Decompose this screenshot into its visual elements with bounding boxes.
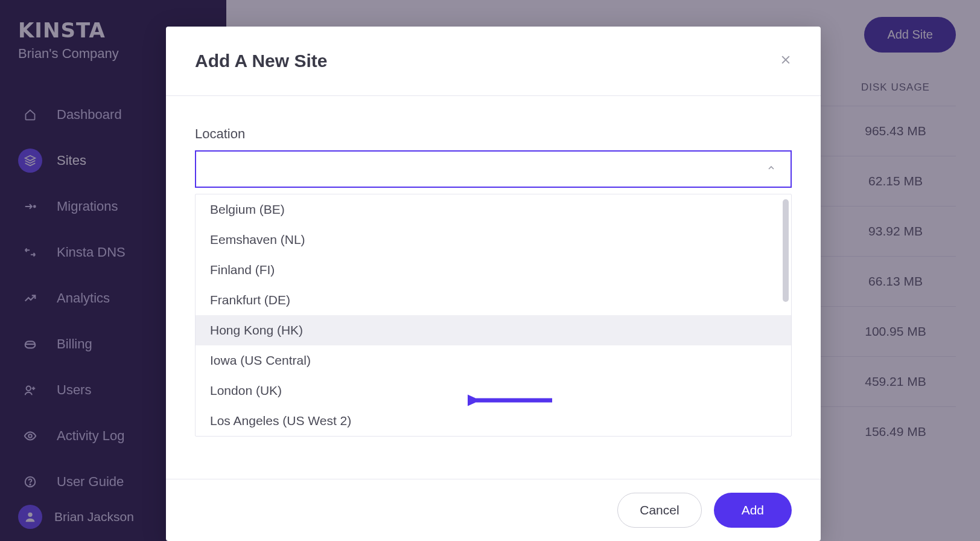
location-option[interactable]: Eemshaven (NL) <box>196 225 791 255</box>
add-button[interactable]: Add <box>714 493 792 528</box>
location-option[interactable]: Finland (FI) <box>196 255 791 285</box>
location-option[interactable]: London (UK) <box>196 376 791 406</box>
close-icon[interactable] <box>780 53 792 69</box>
modal-title: Add A New Site <box>195 51 327 71</box>
location-dropdown: Belgium (BE) Eemshaven (NL) Finland (FI)… <box>195 194 792 437</box>
location-label: Location <box>195 126 792 142</box>
location-option[interactable]: Iowa (US Central) <box>196 345 791 376</box>
location-option[interactable]: Frankfurt (DE) <box>196 285 791 315</box>
chevron-up-icon <box>766 163 776 175</box>
location-option-hongkong[interactable]: Hong Kong (HK) <box>196 315 791 345</box>
location-option[interactable]: Belgium (BE) <box>196 194 791 225</box>
location-select[interactable] <box>195 150 792 188</box>
add-site-modal: Add A New Site Location Belgium (BE) Eem… <box>166 27 821 541</box>
cancel-button[interactable]: Cancel <box>617 493 701 528</box>
location-option[interactable]: Los Angeles (US West 2) <box>196 406 791 436</box>
